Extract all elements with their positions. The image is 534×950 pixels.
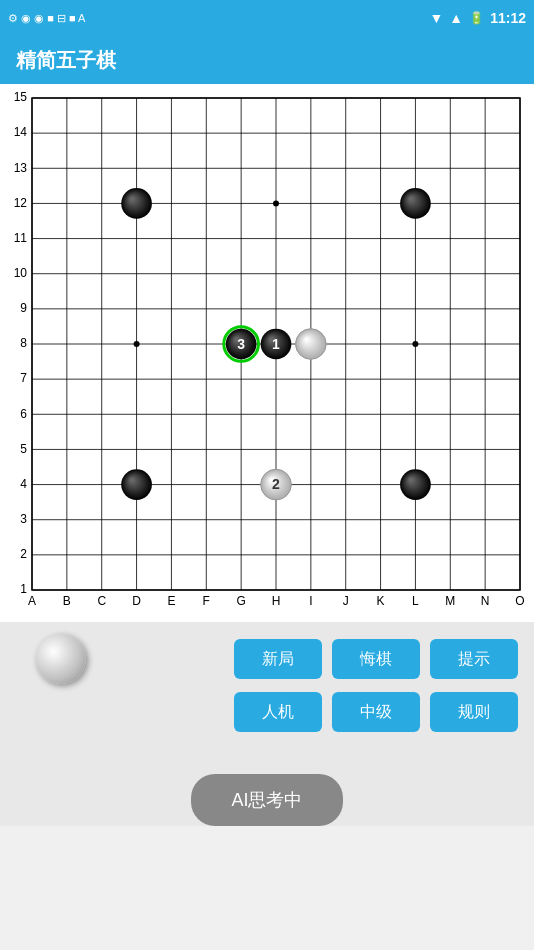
button-row-1: 新局 悔棋 提示: [234, 639, 518, 679]
stone-preview-area: [16, 634, 86, 684]
board-container[interactable]: [0, 84, 534, 622]
battery-icon: 🔋: [469, 11, 484, 25]
vs-ai-button[interactable]: 人机: [234, 692, 322, 732]
status-bar: ⚙ ◉ ◉ ■ ⊟ ■ A ▼ ▲ 🔋 11:12: [0, 0, 534, 36]
status-icons: ⚙ ◉ ◉ ■ ⊟ ■ A: [8, 12, 85, 25]
game-board[interactable]: [4, 88, 530, 618]
title-bar: 精简五子棋: [0, 36, 534, 84]
app-title: 精简五子棋: [16, 47, 116, 74]
rules-button[interactable]: 规则: [430, 692, 518, 732]
undo-button[interactable]: 悔棋: [332, 639, 420, 679]
time-display: 11:12: [490, 10, 526, 26]
app-icons: ⚙ ◉ ◉ ■ ⊟ ■ A: [8, 12, 85, 25]
button-row-2: 人机 中级 规则: [16, 692, 518, 732]
hint-button[interactable]: 提示: [430, 639, 518, 679]
ai-thinking-button[interactable]: AI思考中: [191, 774, 342, 826]
new-game-button[interactable]: 新局: [234, 639, 322, 679]
ai-thinking-area: AI思考中: [0, 744, 534, 826]
controls-area: 新局 悔棋 提示 人机 中级 规则: [0, 622, 534, 744]
wifi-icon: ▲: [449, 10, 463, 26]
signal-icon: ▼: [429, 10, 443, 26]
white-stone-preview: [36, 634, 86, 684]
level-button[interactable]: 中级: [332, 692, 420, 732]
